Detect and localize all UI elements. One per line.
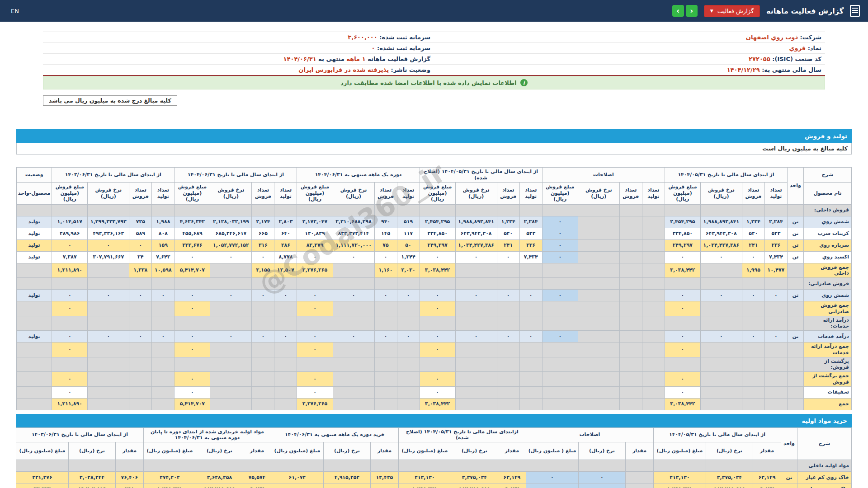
value-cell: ۶۶۵: [252, 228, 274, 239]
value-cell: [397, 386, 420, 398]
row-label: سرباره روي: [803, 239, 851, 251]
table-row: جمع درآمد ارائهخدمات۰۰۰۰۰: [17, 343, 852, 357]
value-cell: ۲,۲۸۴: [764, 216, 787, 228]
value-cell: [297, 357, 333, 372]
value-cell: [397, 343, 420, 357]
value-cell: [665, 316, 700, 331]
value-cell: [625, 472, 653, 483]
next-report-button[interactable]: ‹: [686, 5, 698, 17]
column-header: مبلغ فروش (میلیون ریال): [175, 182, 210, 204]
value-cell: [455, 316, 497, 331]
column-group-header: خرید دوره یک ماهه منتهی به ۱۴۰۴/۰۶/۳۱: [271, 427, 398, 442]
row-label: جمع فروشصادراتی: [803, 301, 851, 316]
value-cell: [455, 278, 497, 290]
company-info-cell: گزارش فعالیت ماهانه ۱ ماهه منتهی به ۱۴۰۴…: [43, 54, 434, 64]
unit-cell: تن: [787, 239, 803, 251]
column-header: نرخ (ریال): [196, 442, 243, 460]
value-cell: ۱,۱۶۰: [374, 263, 397, 278]
table-row: خاک روي کم عیارتن۶۳,۱۴۹۳,۳۷۵,۰۳۴۲۱۳,۱۳۰۰…: [16, 472, 851, 483]
prev-report-button[interactable]: ›: [672, 5, 684, 17]
value-cell: ۳,۳۷۵,۰۳۴: [451, 472, 498, 483]
value-cell: ۲۱۳,۱۳۰: [398, 472, 451, 483]
value-cell: [642, 204, 665, 216]
value-cell: [578, 460, 625, 472]
column-header: تعداد تولید: [397, 182, 420, 204]
table-row: جمع برگشت ازفروش۰۰۰۰۰: [17, 372, 852, 387]
value-cell: ۵,۴۱۴,۷۰۷: [175, 398, 210, 410]
value-cell: [519, 398, 542, 410]
value-cell: [578, 386, 619, 398]
company-info-label: سال مالی منتهی به:: [760, 66, 821, 73]
column-header: تعداد فروش: [742, 182, 764, 204]
value-cell: ۰: [742, 251, 764, 263]
company-info-row: شرکت: ذوب روي اصفهانسرمایه ثبت شده: ۳,۶۰…: [43, 32, 825, 43]
column-group-header: ازابتدای سال مالی تا تاریخ ۱۴۰۴/۰۵/۳۱ (ا…: [398, 427, 526, 442]
value-cell: [374, 343, 397, 357]
value-cell: [642, 398, 665, 410]
value-cell: [642, 316, 665, 331]
value-cell: ۱,۰۳۴,۴۲۷,۳۸۶: [455, 239, 497, 251]
column-header: نرخ (ریال): [578, 442, 625, 460]
value-cell: [665, 357, 700, 372]
company-info: شرکت: ذوب روي اصفهانسرمایه ثبت شده: ۳,۶۰…: [43, 32, 825, 76]
column-header: نرخ (ریال): [451, 442, 498, 460]
value-cell: ۰: [420, 343, 455, 357]
value-cell: [129, 343, 152, 357]
value-cell: [619, 398, 642, 410]
unit-cell: تن: [787, 290, 803, 301]
value-cell: ۷۵: [374, 239, 397, 251]
status-cell: [17, 343, 52, 357]
product-name-header: نام محصول: [803, 182, 851, 204]
company-info-cell: کد صنعت (ISIC): ۲۷۲۰۵۵: [434, 54, 825, 64]
unit-cell: تن: [781, 472, 797, 483]
value-cell: ۰: [52, 343, 88, 357]
company-info-cell: سال مالی منتهی به: ۱۴۰۴/۱۲/۲۹: [434, 65, 825, 75]
value-cell: ۰: [52, 239, 88, 251]
value-cell: ۰: [455, 251, 497, 263]
value-cell: [497, 278, 519, 290]
value-cell: ۰: [497, 290, 519, 301]
value-cell: [619, 251, 642, 263]
value-cell: ۳۱۶: [252, 239, 274, 251]
value-cell: [210, 278, 252, 290]
value-cell: [143, 460, 196, 472]
value-cell: [129, 372, 152, 387]
value-cell: [578, 263, 619, 278]
column-group-header: از ابتدای سال مالی تا تاریخ ۱۴۰۴/۰۶/۳۱: [175, 168, 297, 183]
column-header: تعداد تولید: [642, 182, 665, 204]
value-cell: ۰: [333, 251, 374, 263]
value-cell: [542, 386, 578, 398]
value-cell: [129, 398, 152, 410]
report-type-button[interactable]: گزارش فعالیت ▼: [704, 5, 760, 17]
value-cell: ۰: [742, 331, 764, 343]
value-cell: ۵۲۳: [764, 228, 787, 239]
value-cell: ۳,۳۷۵,۰۳۴: [706, 472, 753, 483]
company-info-row: نماد: قرويسرمایه ثبت نشده: ۰: [43, 43, 825, 54]
table-row: جمع فروشصادراتی۰۰۰۰۰: [17, 301, 852, 316]
value-cell: ۳۰۷,۷۹۱,۶۶۷: [88, 251, 129, 263]
raw-materials-table: شرحواحداز ابتدای سال مالی تا تاریخ ۱۴۰۴/…: [16, 427, 852, 488]
value-cell: [700, 278, 742, 290]
value-cell: [210, 301, 252, 316]
value-cell: ۰: [455, 331, 497, 343]
value-cell: [642, 357, 665, 372]
million-rial-note: کلیه مبالغ به میلیون ریال است: [16, 143, 852, 155]
value-cell: [374, 357, 397, 372]
chevron-down-icon: ▼: [710, 9, 713, 13]
value-cell: [497, 316, 519, 331]
value-cell: [700, 301, 742, 316]
value-cell: ۲۳۱,۳۷۶: [16, 472, 68, 483]
value-cell: ۳,۶۲۸,۲۵۸: [196, 472, 243, 483]
value-cell: [700, 372, 742, 387]
value-cell: [420, 316, 455, 331]
company-info-value: پذیرفته شده در فرابورس ایران: [298, 66, 389, 73]
report-document-icon[interactable]: [850, 5, 860, 17]
value-cell: [398, 460, 451, 472]
header-row: نام محصولتعداد تولیدتعداد فروشنرخ فروش (…: [17, 182, 852, 204]
value-cell: [115, 460, 143, 472]
value-cell: [642, 331, 665, 343]
value-cell: ۰: [175, 331, 210, 343]
language-toggle[interactable]: EN: [11, 8, 19, 14]
value-cell: ۴۹۲,۳۳۶,۱۶۳: [88, 228, 129, 239]
value-cell: ۶۳,۱۴۹: [498, 472, 526, 483]
